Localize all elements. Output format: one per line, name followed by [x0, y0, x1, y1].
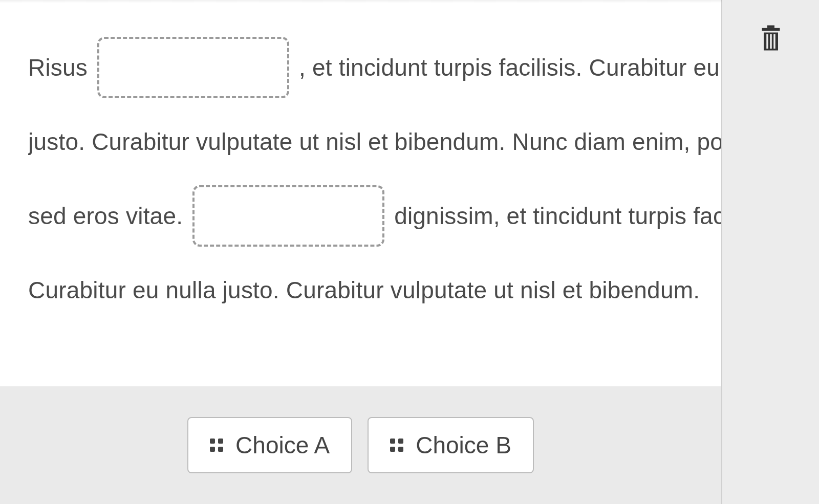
blank-dropzone-2[interactable]: [192, 185, 384, 247]
text-segment: Risus: [28, 54, 94, 81]
question-content: Risus , et tincidunt turpis facilisis. C…: [0, 0, 721, 386]
main-column: Risus , et tincidunt turpis facilisis. C…: [0, 0, 722, 504]
side-column: [722, 0, 819, 504]
drag-handle-icon: [210, 439, 223, 452]
choice-label: Choice A: [235, 431, 330, 459]
choice-bar: Choice A Choice B: [0, 386, 721, 504]
choice-b-button[interactable]: Choice B: [368, 417, 534, 473]
choice-label: Choice B: [416, 431, 511, 459]
choice-a-button[interactable]: Choice A: [187, 417, 352, 473]
text-segment: dignissim, et tincidunt turpis facilisis…: [394, 203, 721, 229]
drag-handle-icon: [390, 439, 403, 452]
content-line-4: Curabitur eu nulla justo. Curabitur vulp…: [28, 253, 721, 327]
content-line-2: justo. Curabitur vulputate ut nisl et bi…: [28, 105, 721, 179]
delete-button[interactable]: [760, 25, 782, 53]
trash-icon: [760, 25, 782, 51]
text-segment: sed eros vitae.: [28, 203, 189, 229]
text-segment: , et tincidunt turpis facilisis. Curabit…: [299, 54, 721, 81]
content-line-3: sed eros vitae. dignissim, et tincidunt …: [28, 179, 721, 253]
blank-dropzone-1[interactable]: [97, 37, 289, 98]
svg-rect-0: [762, 28, 780, 31]
svg-rect-1: [767, 26, 774, 28]
content-line-1: Risus , et tincidunt turpis facilisis. C…: [28, 31, 721, 105]
